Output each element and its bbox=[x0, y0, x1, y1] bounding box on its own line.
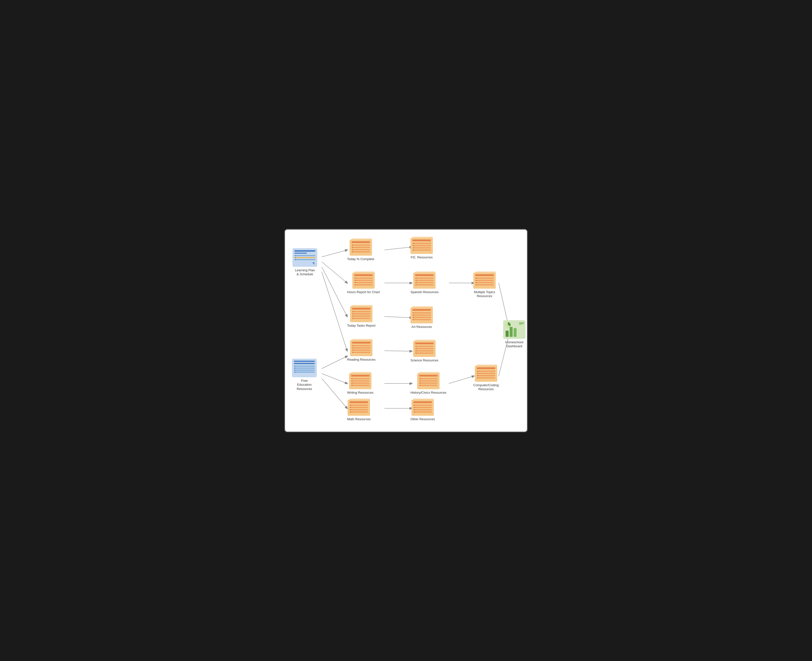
computer-card bbox=[475, 364, 497, 382]
dashboard-card bbox=[503, 320, 525, 339]
svg-line-6 bbox=[322, 378, 347, 408]
node-hours-report[interactable]: Hours Report for Chart bbox=[347, 271, 380, 294]
diagram-container: Learning Plan & Schedule Free Education … bbox=[284, 229, 528, 433]
hours-report-card bbox=[352, 271, 375, 289]
multiple-topics-label: Multiple Topics Resources bbox=[474, 290, 495, 299]
svg-line-15 bbox=[499, 283, 509, 326]
history-card bbox=[417, 372, 440, 389]
pe-label: P.E. Resources bbox=[411, 255, 433, 260]
spanish-card bbox=[413, 271, 436, 289]
svg-line-10 bbox=[384, 351, 412, 351]
node-science[interactable]: Science Resources bbox=[410, 340, 438, 362]
today-pct-card bbox=[349, 238, 372, 255]
node-learning-plan[interactable]: Learning Plan & Schedule bbox=[292, 248, 317, 277]
svg-line-1 bbox=[322, 262, 347, 283]
art-label: Art Resources bbox=[412, 325, 432, 329]
art-card bbox=[410, 306, 433, 323]
today-tasks-label: Today Tasks Report bbox=[347, 324, 375, 328]
math-label: Math Resources bbox=[347, 417, 371, 422]
svg-line-7 bbox=[384, 247, 412, 250]
node-computer[interactable]: Computer/Coding Resources bbox=[473, 364, 499, 392]
multiple-topics-card bbox=[473, 271, 496, 289]
node-art[interactable]: Art Resources bbox=[410, 306, 433, 329]
svg-line-0 bbox=[322, 250, 347, 257]
svg-line-9 bbox=[384, 316, 412, 318]
node-other[interactable]: Other Resources bbox=[410, 398, 435, 422]
node-today-pct[interactable]: Today % Complete bbox=[347, 238, 374, 261]
node-math[interactable]: Math Resources bbox=[347, 398, 371, 422]
learning-plan-card bbox=[292, 248, 317, 267]
node-dashboard[interactable]: Homeschool Dashboard bbox=[503, 320, 525, 349]
other-label: Other Resources bbox=[410, 417, 435, 422]
dashboard-label: Homeschool Dashboard bbox=[505, 340, 523, 349]
spanish-label: Spanish Resources bbox=[410, 290, 439, 294]
node-reading[interactable]: Reading Resources bbox=[347, 339, 375, 362]
node-today-tasks[interactable]: Today Tasks Report bbox=[347, 305, 375, 328]
science-card bbox=[413, 340, 436, 357]
reading-label: Reading Resources bbox=[347, 358, 375, 362]
node-spanish[interactable]: Spanish Resources bbox=[410, 271, 439, 294]
svg-line-2 bbox=[322, 267, 347, 316]
science-label: Science Resources bbox=[410, 358, 438, 362]
free-education-card bbox=[292, 359, 317, 377]
writing-label: Writing Resources bbox=[347, 391, 373, 395]
hours-report-label: Hours Report for Chart bbox=[347, 290, 380, 294]
node-writing[interactable]: Writing Resources bbox=[347, 372, 373, 395]
today-tasks-card bbox=[350, 305, 372, 322]
reading-card bbox=[350, 339, 372, 356]
svg-line-14 bbox=[449, 376, 474, 383]
node-history[interactable]: History/Civics Resources bbox=[410, 372, 446, 395]
node-pe[interactable]: P.E. Resources bbox=[410, 236, 433, 260]
math-card bbox=[348, 398, 370, 416]
writing-card bbox=[349, 372, 372, 389]
svg-line-5 bbox=[322, 374, 347, 383]
today-pct-label: Today % Complete bbox=[347, 257, 374, 261]
computer-label: Computer/Coding Resources bbox=[473, 383, 499, 392]
pe-card bbox=[410, 236, 433, 254]
learning-plan-label: Learning Plan & Schedule bbox=[295, 268, 315, 277]
history-label: History/Civics Resources bbox=[410, 391, 446, 395]
free-education-label: Free Education Resources bbox=[297, 379, 312, 391]
svg-line-4 bbox=[322, 356, 347, 369]
svg-line-3 bbox=[322, 272, 347, 351]
node-multiple-topics[interactable]: Multiple Topics Resources bbox=[473, 271, 496, 299]
connections-svg bbox=[285, 230, 527, 432]
other-card bbox=[412, 398, 434, 416]
node-free-education[interactable]: Free Education Resources bbox=[292, 359, 317, 391]
